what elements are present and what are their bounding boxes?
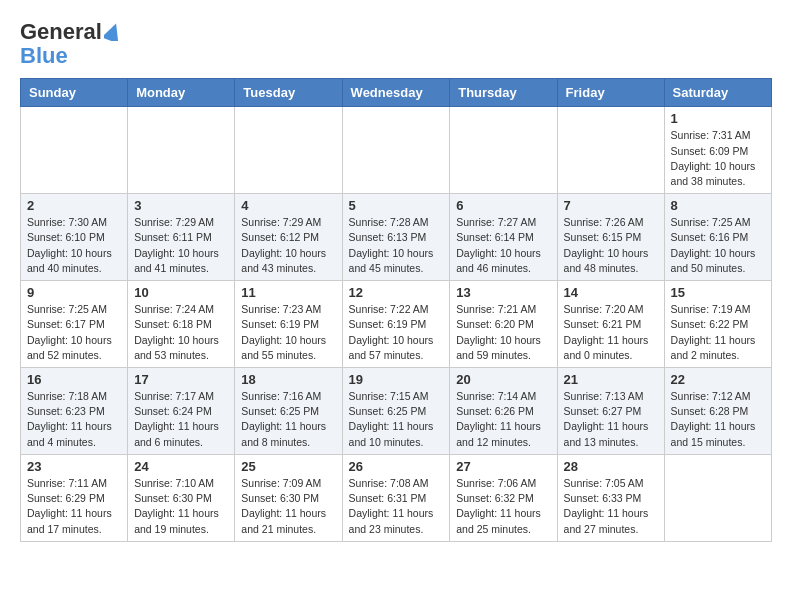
day-info: Sunrise: 7:28 AM Sunset: 6:13 PM Dayligh… [349,215,444,276]
day-number: 12 [349,285,444,300]
calendar-cell: 12Sunrise: 7:22 AM Sunset: 6:19 PM Dayli… [342,281,450,368]
day-info: Sunrise: 7:10 AM Sunset: 6:30 PM Dayligh… [134,476,228,537]
calendar-cell: 2Sunrise: 7:30 AM Sunset: 6:10 PM Daylig… [21,194,128,281]
day-info: Sunrise: 7:06 AM Sunset: 6:32 PM Dayligh… [456,476,550,537]
calendar-cell: 20Sunrise: 7:14 AM Sunset: 6:26 PM Dayli… [450,368,557,455]
day-info: Sunrise: 7:24 AM Sunset: 6:18 PM Dayligh… [134,302,228,363]
day-number: 9 [27,285,121,300]
day-info: Sunrise: 7:15 AM Sunset: 6:25 PM Dayligh… [349,389,444,450]
day-number: 13 [456,285,550,300]
logo-general: General [20,19,102,44]
calendar-cell: 16Sunrise: 7:18 AM Sunset: 6:23 PM Dayli… [21,368,128,455]
weekday-header: Sunday [21,79,128,107]
calendar-cell: 6Sunrise: 7:27 AM Sunset: 6:14 PM Daylig… [450,194,557,281]
day-info: Sunrise: 7:29 AM Sunset: 6:12 PM Dayligh… [241,215,335,276]
day-info: Sunrise: 7:27 AM Sunset: 6:14 PM Dayligh… [456,215,550,276]
calendar-cell: 25Sunrise: 7:09 AM Sunset: 6:30 PM Dayli… [235,454,342,541]
weekday-header: Wednesday [342,79,450,107]
calendar-cell: 17Sunrise: 7:17 AM Sunset: 6:24 PM Dayli… [128,368,235,455]
calendar-cell: 9Sunrise: 7:25 AM Sunset: 6:17 PM Daylig… [21,281,128,368]
calendar-cell: 21Sunrise: 7:13 AM Sunset: 6:27 PM Dayli… [557,368,664,455]
calendar-cell [450,107,557,194]
day-number: 28 [564,459,658,474]
day-info: Sunrise: 7:21 AM Sunset: 6:20 PM Dayligh… [456,302,550,363]
day-number: 18 [241,372,335,387]
day-number: 21 [564,372,658,387]
calendar-cell: 1Sunrise: 7:31 AM Sunset: 6:09 PM Daylig… [664,107,771,194]
day-info: Sunrise: 7:23 AM Sunset: 6:19 PM Dayligh… [241,302,335,363]
day-number: 25 [241,459,335,474]
day-number: 5 [349,198,444,213]
day-info: Sunrise: 7:20 AM Sunset: 6:21 PM Dayligh… [564,302,658,363]
day-info: Sunrise: 7:25 AM Sunset: 6:16 PM Dayligh… [671,215,765,276]
calendar-week-row: 2Sunrise: 7:30 AM Sunset: 6:10 PM Daylig… [21,194,772,281]
day-number: 20 [456,372,550,387]
day-info: Sunrise: 7:16 AM Sunset: 6:25 PM Dayligh… [241,389,335,450]
calendar-cell: 22Sunrise: 7:12 AM Sunset: 6:28 PM Dayli… [664,368,771,455]
calendar-cell [235,107,342,194]
logo-icon [104,23,122,41]
day-info: Sunrise: 7:05 AM Sunset: 6:33 PM Dayligh… [564,476,658,537]
calendar-cell [21,107,128,194]
calendar-cell: 14Sunrise: 7:20 AM Sunset: 6:21 PM Dayli… [557,281,664,368]
day-info: Sunrise: 7:18 AM Sunset: 6:23 PM Dayligh… [27,389,121,450]
calendar-cell: 28Sunrise: 7:05 AM Sunset: 6:33 PM Dayli… [557,454,664,541]
calendar-cell [128,107,235,194]
day-number: 8 [671,198,765,213]
day-info: Sunrise: 7:30 AM Sunset: 6:10 PM Dayligh… [27,215,121,276]
calendar-cell [664,454,771,541]
day-info: Sunrise: 7:09 AM Sunset: 6:30 PM Dayligh… [241,476,335,537]
calendar-cell: 5Sunrise: 7:28 AM Sunset: 6:13 PM Daylig… [342,194,450,281]
calendar-cell: 7Sunrise: 7:26 AM Sunset: 6:15 PM Daylig… [557,194,664,281]
calendar-cell: 23Sunrise: 7:11 AM Sunset: 6:29 PM Dayli… [21,454,128,541]
day-info: Sunrise: 7:12 AM Sunset: 6:28 PM Dayligh… [671,389,765,450]
svg-marker-0 [104,23,122,41]
weekday-header: Saturday [664,79,771,107]
calendar-cell: 24Sunrise: 7:10 AM Sunset: 6:30 PM Dayli… [128,454,235,541]
logo: General Blue [20,20,122,68]
calendar-cell [557,107,664,194]
weekday-header: Monday [128,79,235,107]
calendar-cell: 13Sunrise: 7:21 AM Sunset: 6:20 PM Dayli… [450,281,557,368]
day-number: 15 [671,285,765,300]
day-number: 24 [134,459,228,474]
calendar-cell: 18Sunrise: 7:16 AM Sunset: 6:25 PM Dayli… [235,368,342,455]
calendar-cell: 19Sunrise: 7:15 AM Sunset: 6:25 PM Dayli… [342,368,450,455]
day-number: 4 [241,198,335,213]
day-info: Sunrise: 7:25 AM Sunset: 6:17 PM Dayligh… [27,302,121,363]
day-info: Sunrise: 7:08 AM Sunset: 6:31 PM Dayligh… [349,476,444,537]
calendar-cell: 26Sunrise: 7:08 AM Sunset: 6:31 PM Dayli… [342,454,450,541]
day-number: 14 [564,285,658,300]
day-info: Sunrise: 7:14 AM Sunset: 6:26 PM Dayligh… [456,389,550,450]
day-number: 2 [27,198,121,213]
day-number: 27 [456,459,550,474]
day-number: 10 [134,285,228,300]
day-info: Sunrise: 7:17 AM Sunset: 6:24 PM Dayligh… [134,389,228,450]
day-number: 22 [671,372,765,387]
calendar-week-row: 1Sunrise: 7:31 AM Sunset: 6:09 PM Daylig… [21,107,772,194]
page-header: General Blue [20,20,772,68]
weekday-header: Tuesday [235,79,342,107]
day-number: 11 [241,285,335,300]
day-info: Sunrise: 7:13 AM Sunset: 6:27 PM Dayligh… [564,389,658,450]
logo-text: General Blue [20,20,122,68]
logo-blue: Blue [20,43,68,68]
calendar-week-row: 23Sunrise: 7:11 AM Sunset: 6:29 PM Dayli… [21,454,772,541]
day-info: Sunrise: 7:19 AM Sunset: 6:22 PM Dayligh… [671,302,765,363]
day-number: 19 [349,372,444,387]
day-info: Sunrise: 7:22 AM Sunset: 6:19 PM Dayligh… [349,302,444,363]
day-number: 17 [134,372,228,387]
day-number: 1 [671,111,765,126]
day-number: 7 [564,198,658,213]
calendar-cell: 27Sunrise: 7:06 AM Sunset: 6:32 PM Dayli… [450,454,557,541]
calendar-cell: 4Sunrise: 7:29 AM Sunset: 6:12 PM Daylig… [235,194,342,281]
calendar-cell: 15Sunrise: 7:19 AM Sunset: 6:22 PM Dayli… [664,281,771,368]
calendar-cell: 11Sunrise: 7:23 AM Sunset: 6:19 PM Dayli… [235,281,342,368]
weekday-header: Thursday [450,79,557,107]
weekday-header: Friday [557,79,664,107]
day-info: Sunrise: 7:31 AM Sunset: 6:09 PM Dayligh… [671,128,765,189]
calendar-header-row: SundayMondayTuesdayWednesdayThursdayFrid… [21,79,772,107]
calendar-cell [342,107,450,194]
day-number: 3 [134,198,228,213]
day-number: 6 [456,198,550,213]
